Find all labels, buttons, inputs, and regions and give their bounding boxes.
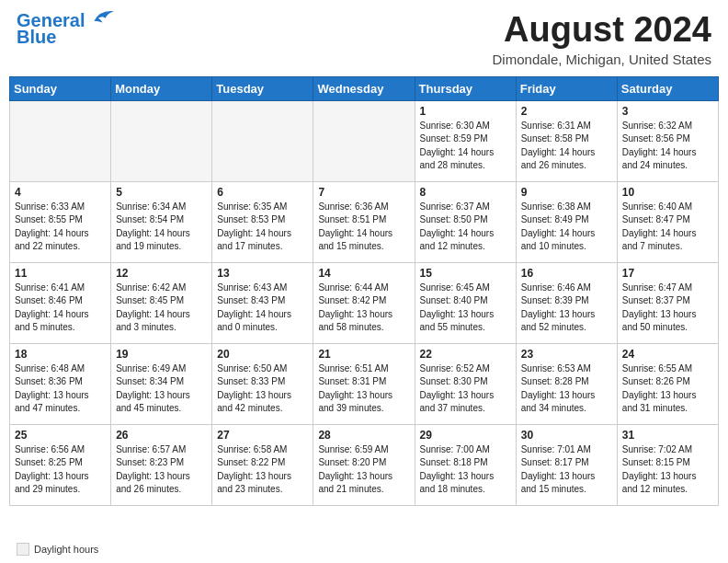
day-number: 15 [420, 267, 511, 280]
day-number: 23 [521, 348, 612, 361]
day-number: 8 [420, 186, 511, 199]
header: General Blue August 2024 Dimondale, Mich… [0, 0, 728, 71]
day-info: Sunrise: 6:42 AM Sunset: 8:45 PM Dayligh… [116, 282, 207, 335]
logo: General Blue [17, 11, 116, 46]
day-info: Sunrise: 6:46 AM Sunset: 8:39 PM Dayligh… [521, 282, 612, 335]
calendar-cell: 30Sunrise: 7:01 AM Sunset: 8:17 PM Dayli… [516, 424, 617, 505]
day-info: Sunrise: 6:56 AM Sunset: 8:25 PM Dayligh… [15, 443, 106, 497]
day-number: 20 [217, 348, 308, 361]
day-number: 2 [521, 105, 612, 118]
col-header-wednesday: Wednesday [313, 76, 415, 100]
calendar-cell: 13Sunrise: 6:43 AM Sunset: 8:43 PM Dayli… [212, 262, 313, 343]
calendar-cell [111, 100, 212, 181]
calendar-cell: 29Sunrise: 7:00 AM Sunset: 8:18 PM Dayli… [415, 424, 516, 505]
logo-blue: Blue [17, 28, 56, 46]
calendar-cell: 26Sunrise: 6:57 AM Sunset: 8:23 PM Dayli… [111, 424, 212, 505]
day-number: 7 [318, 186, 409, 199]
calendar-cell: 31Sunrise: 7:02 AM Sunset: 8:15 PM Dayli… [617, 424, 718, 505]
day-info: Sunrise: 6:44 AM Sunset: 8:42 PM Dayligh… [318, 282, 409, 335]
calendar-header-row: SundayMondayTuesdayWednesdayThursdayFrid… [10, 76, 719, 100]
day-info: Sunrise: 6:47 AM Sunset: 8:37 PM Dayligh… [622, 282, 713, 335]
day-info: Sunrise: 6:36 AM Sunset: 8:51 PM Dayligh… [318, 201, 409, 254]
subtitle: Dimondale, Michigan, United States [493, 52, 711, 67]
day-number: 3 [622, 105, 713, 118]
legend-label: Daylight hours [34, 544, 98, 555]
day-number: 30 [521, 429, 612, 442]
title-block: August 2024 Dimondale, Michigan, United … [493, 11, 711, 67]
day-number: 19 [116, 348, 207, 361]
col-header-tuesday: Tuesday [212, 76, 313, 100]
day-number: 25 [15, 429, 106, 442]
day-number: 17 [622, 267, 713, 280]
day-info: Sunrise: 6:34 AM Sunset: 8:54 PM Dayligh… [116, 201, 207, 254]
legend-box [17, 543, 29, 556]
calendar-cell: 3Sunrise: 6:32 AM Sunset: 8:56 PM Daylig… [617, 100, 718, 181]
main-title: August 2024 [493, 11, 711, 50]
day-info: Sunrise: 6:55 AM Sunset: 8:26 PM Dayligh… [622, 362, 713, 416]
day-number: 5 [116, 186, 207, 199]
day-info: Sunrise: 6:38 AM Sunset: 8:49 PM Dayligh… [521, 201, 612, 254]
day-number: 18 [15, 348, 106, 361]
calendar-cell: 22Sunrise: 6:52 AM Sunset: 8:30 PM Dayli… [415, 343, 516, 424]
calendar-cell: 1Sunrise: 6:30 AM Sunset: 8:59 PM Daylig… [415, 100, 516, 181]
calendar-cell: 14Sunrise: 6:44 AM Sunset: 8:42 PM Dayli… [313, 262, 415, 343]
day-number: 10 [622, 186, 713, 199]
day-info: Sunrise: 6:43 AM Sunset: 8:43 PM Dayligh… [217, 282, 308, 335]
day-info: Sunrise: 6:45 AM Sunset: 8:40 PM Dayligh… [420, 282, 511, 335]
day-info: Sunrise: 7:01 AM Sunset: 8:17 PM Dayligh… [521, 443, 612, 497]
calendar-cell: 5Sunrise: 6:34 AM Sunset: 8:54 PM Daylig… [111, 181, 212, 262]
calendar-cell: 15Sunrise: 6:45 AM Sunset: 8:40 PM Dayli… [415, 262, 516, 343]
day-info: Sunrise: 6:58 AM Sunset: 8:22 PM Dayligh… [217, 443, 308, 497]
calendar-cell: 17Sunrise: 6:47 AM Sunset: 8:37 PM Dayli… [617, 262, 718, 343]
calendar-cell: 24Sunrise: 6:55 AM Sunset: 8:26 PM Dayli… [617, 343, 718, 424]
calendar-cell [212, 100, 313, 181]
day-info: Sunrise: 6:49 AM Sunset: 8:34 PM Dayligh… [116, 362, 207, 416]
week-row-1: 1Sunrise: 6:30 AM Sunset: 8:59 PM Daylig… [10, 100, 719, 181]
calendar: SundayMondayTuesdayWednesdayThursdayFrid… [9, 76, 719, 534]
day-number: 21 [318, 348, 409, 361]
day-number: 26 [116, 429, 207, 442]
col-header-saturday: Saturday [617, 76, 718, 100]
day-info: Sunrise: 7:00 AM Sunset: 8:18 PM Dayligh… [420, 443, 511, 497]
week-row-4: 18Sunrise: 6:48 AM Sunset: 8:36 PM Dayli… [10, 343, 719, 424]
day-info: Sunrise: 6:53 AM Sunset: 8:28 PM Dayligh… [521, 362, 612, 416]
footer: Daylight hours [0, 539, 728, 563]
calendar-cell [10, 100, 111, 181]
day-number: 28 [318, 429, 409, 442]
calendar-cell: 23Sunrise: 6:53 AM Sunset: 8:28 PM Dayli… [516, 343, 617, 424]
day-number: 29 [420, 429, 511, 442]
day-number: 22 [420, 348, 511, 361]
day-info: Sunrise: 6:50 AM Sunset: 8:33 PM Dayligh… [217, 362, 308, 416]
day-info: Sunrise: 6:40 AM Sunset: 8:47 PM Dayligh… [622, 201, 713, 254]
day-info: Sunrise: 6:33 AM Sunset: 8:55 PM Dayligh… [15, 201, 106, 254]
calendar-cell: 27Sunrise: 6:58 AM Sunset: 8:22 PM Dayli… [212, 424, 313, 505]
day-info: Sunrise: 7:02 AM Sunset: 8:15 PM Dayligh… [622, 443, 713, 497]
day-info: Sunrise: 6:57 AM Sunset: 8:23 PM Dayligh… [116, 443, 207, 497]
calendar-cell: 4Sunrise: 6:33 AM Sunset: 8:55 PM Daylig… [10, 181, 111, 262]
day-info: Sunrise: 6:35 AM Sunset: 8:53 PM Dayligh… [217, 201, 308, 254]
day-number: 12 [116, 267, 207, 280]
day-number: 16 [521, 267, 612, 280]
day-info: Sunrise: 6:30 AM Sunset: 8:59 PM Dayligh… [420, 120, 511, 173]
calendar-table: SundayMondayTuesdayWednesdayThursdayFrid… [9, 76, 719, 506]
calendar-cell: 7Sunrise: 6:36 AM Sunset: 8:51 PM Daylig… [313, 181, 415, 262]
day-number: 4 [15, 186, 106, 199]
day-number: 31 [622, 429, 713, 442]
col-header-thursday: Thursday [415, 76, 516, 100]
col-header-sunday: Sunday [10, 76, 111, 100]
calendar-cell: 8Sunrise: 6:37 AM Sunset: 8:50 PM Daylig… [415, 181, 516, 262]
day-info: Sunrise: 6:32 AM Sunset: 8:56 PM Dayligh… [622, 120, 713, 173]
day-info: Sunrise: 6:48 AM Sunset: 8:36 PM Dayligh… [15, 362, 106, 416]
calendar-cell: 6Sunrise: 6:35 AM Sunset: 8:53 PM Daylig… [212, 181, 313, 262]
calendar-cell: 19Sunrise: 6:49 AM Sunset: 8:34 PM Dayli… [111, 343, 212, 424]
logo-bird-icon [86, 8, 116, 27]
page: General Blue August 2024 Dimondale, Mich… [0, 0, 728, 563]
day-info: Sunrise: 6:31 AM Sunset: 8:58 PM Dayligh… [521, 120, 612, 173]
calendar-cell: 16Sunrise: 6:46 AM Sunset: 8:39 PM Dayli… [516, 262, 617, 343]
day-number: 27 [217, 429, 308, 442]
day-info: Sunrise: 6:51 AM Sunset: 8:31 PM Dayligh… [318, 362, 409, 416]
week-row-2: 4Sunrise: 6:33 AM Sunset: 8:55 PM Daylig… [10, 181, 719, 262]
day-info: Sunrise: 6:41 AM Sunset: 8:46 PM Dayligh… [15, 282, 106, 335]
day-number: 24 [622, 348, 713, 361]
calendar-cell: 25Sunrise: 6:56 AM Sunset: 8:25 PM Dayli… [10, 424, 111, 505]
